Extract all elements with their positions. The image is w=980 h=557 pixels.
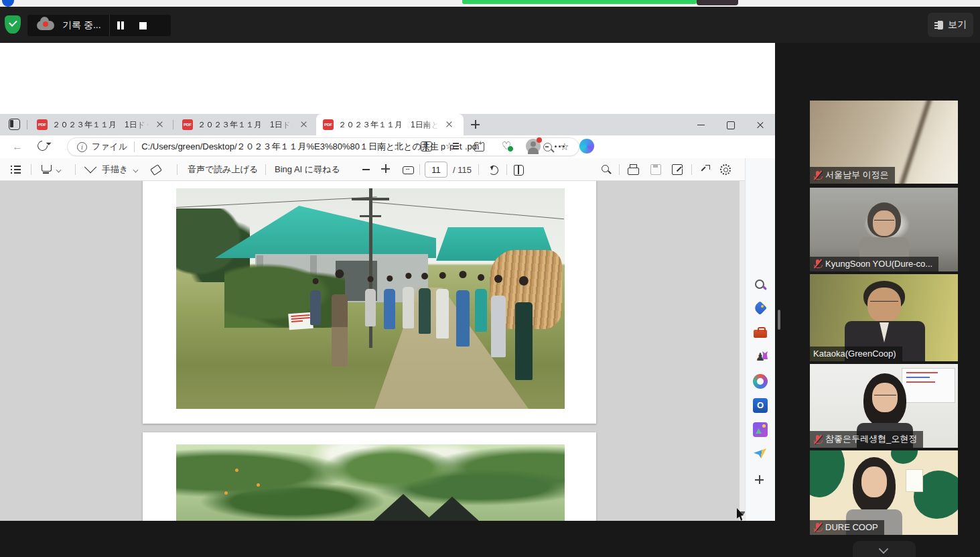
tab-close-icon[interactable] [444, 119, 455, 130]
pause-icon [117, 21, 124, 29]
draw-label[interactable]: 手描き [102, 164, 128, 176]
fruit-dot [224, 491, 228, 495]
highlighter-icon[interactable] [39, 162, 54, 177]
tab-close-icon[interactable] [155, 119, 165, 130]
top-dark-segment [697, 0, 738, 5]
sidebar-games-icon[interactable]: ♟ [753, 350, 768, 365]
chevron-down-icon[interactable] [56, 167, 62, 172]
tab-2[interactable]: PDF ２０２３年１１月 1日ドゥレ生 [176, 114, 315, 135]
divider [478, 164, 479, 175]
refresh-button[interactable] [36, 139, 50, 153]
rotate-button[interactable] [486, 162, 501, 177]
browser-toolbar-icons [419, 139, 594, 153]
participant-tile[interactable]: 참좋은두레생협_오현정 [810, 364, 958, 448]
recording-label: 기록 중... [62, 19, 101, 32]
participant-tile-speaking[interactable]: Kataoka(GreenCoop) [810, 274, 958, 361]
chevron-down-icon[interactable] [133, 167, 139, 172]
divider [177, 164, 178, 175]
person-silhouette [475, 289, 487, 332]
save-icon[interactable] [648, 162, 663, 177]
back-button[interactable]: ← [11, 140, 24, 153]
participant-tile[interactable]: KyungSoon YOU(Dure-co... [810, 188, 958, 271]
profile-avatar[interactable] [526, 139, 541, 153]
taskbar-app-icon [2, 0, 14, 7]
table-of-contents-icon[interactable] [8, 162, 23, 177]
participants-scrollbar[interactable] [778, 310, 780, 330]
divider [75, 164, 76, 175]
page-view-button[interactable] [512, 162, 527, 177]
stop-recording-button[interactable] [132, 15, 154, 36]
ask-bing-button[interactable]: Bing AI に尋ねる [275, 164, 340, 176]
sidebar-add-icon[interactable] [753, 473, 768, 488]
recording-indicator: 기록 중... [27, 15, 171, 36]
browser-essentials-icon[interactable] [499, 139, 514, 153]
pdf-viewport[interactable] [0, 181, 740, 521]
sidebar-shopping-icon[interactable] [754, 302, 768, 316]
address-bar: ← i ファイル C:/Users/green/Desktop/２０２３年１１月… [0, 135, 775, 158]
close-button[interactable] [746, 114, 775, 135]
mic-muted-icon [813, 170, 822, 180]
eraser-icon[interactable] [149, 162, 164, 177]
search-document-icon[interactable] [599, 162, 614, 177]
fullscreen-icon[interactable] [698, 162, 713, 177]
view-button[interactable]: 보기 [928, 13, 973, 37]
settings-menu-icon[interactable] [553, 139, 567, 153]
person-silhouette [365, 289, 376, 326]
favorites-icon[interactable] [445, 139, 460, 153]
person-silhouette [403, 287, 414, 328]
pdf-settings-icon[interactable] [718, 162, 733, 177]
shared-screen: PDF ２０２３年１１月 1日ドゥレ生 PDF ２０２３年１１月 1日ドゥレ生 … [0, 43, 775, 521]
tab-strip: PDF ２０２３年１１月 1日ドゥレ生 PDF ２０２３年１１月 1日ドゥレ生 … [0, 114, 775, 135]
participant-label: 서울남부 이정은 [810, 167, 895, 184]
pdf-file-icon: PDF [323, 119, 334, 130]
participant-tile[interactable]: 서울남부 이정은 [810, 101, 958, 184]
participant-name: Kataoka(GreenCoop) [813, 349, 896, 359]
zoom-out-button[interactable] [359, 162, 374, 177]
draw-icon[interactable] [84, 162, 99, 177]
sidebar-drop-icon[interactable] [753, 446, 768, 461]
tab-actions-icon[interactable] [9, 119, 20, 130]
divider [134, 141, 135, 152]
sidebar-m365-icon[interactable] [753, 374, 768, 389]
collections-icon[interactable] [472, 139, 487, 153]
sidebar-search-icon[interactable] [753, 277, 768, 292]
page-total-label: / 115 [453, 165, 472, 175]
pause-recording-button[interactable] [110, 15, 132, 36]
power-line [370, 202, 564, 219]
tab-1[interactable]: PDF ２０２３年１１月 1日ドゥレ生 [30, 114, 171, 135]
person-silhouette [456, 290, 470, 347]
sidebar-outlook-icon[interactable]: O [753, 398, 768, 413]
divider [27, 120, 27, 129]
minimize-button[interactable] [687, 114, 716, 135]
sidebar-tools-icon[interactable] [753, 326, 768, 341]
tab-3-active[interactable]: PDF ２０２３年１１月 1日南と北と [316, 114, 464, 135]
zoom-in-button[interactable] [379, 162, 394, 177]
crossarm [352, 198, 389, 200]
fruit-dot [235, 469, 238, 472]
divider [31, 164, 31, 175]
fruit-dot [257, 483, 260, 487]
participant-label: KyungSoon YOU(Dure-co... [810, 257, 938, 271]
sidebar-image-creator-icon[interactable] [753, 422, 768, 437]
top-strip [0, 0, 980, 7]
tab-title: ２０２３年１１月 1日ドゥレ生 [52, 119, 149, 131]
read-aloud-button[interactable]: 音声で読み上げる [188, 164, 258, 176]
split-screen-icon[interactable] [419, 139, 433, 153]
person-silhouette [436, 289, 449, 338]
participant-label: 참좋은두레생협_오현정 [810, 431, 923, 448]
participant-tile[interactable]: DURE COOP [810, 450, 958, 535]
new-tab-button[interactable] [469, 118, 482, 131]
edge-browser-window: PDF ２０２３年１１月 1日ドゥレ生 PDF ２０２３年１１月 1日ドゥレ生 … [0, 114, 775, 521]
person-silhouette [491, 296, 506, 357]
page-info-icon[interactable]: i [77, 142, 87, 152]
maximize-button[interactable] [716, 114, 746, 135]
collapse-panel-button[interactable] [853, 541, 916, 557]
page-number-input[interactable] [425, 162, 447, 178]
divider [506, 164, 507, 175]
copilot-icon[interactable] [579, 139, 594, 153]
print-icon[interactable] [626, 162, 640, 177]
save-as-icon[interactable] [670, 162, 685, 177]
tab-close-icon[interactable] [299, 119, 309, 130]
fit-width-button[interactable] [401, 162, 415, 177]
participant-name: 서울남부 이정은 [825, 169, 889, 181]
